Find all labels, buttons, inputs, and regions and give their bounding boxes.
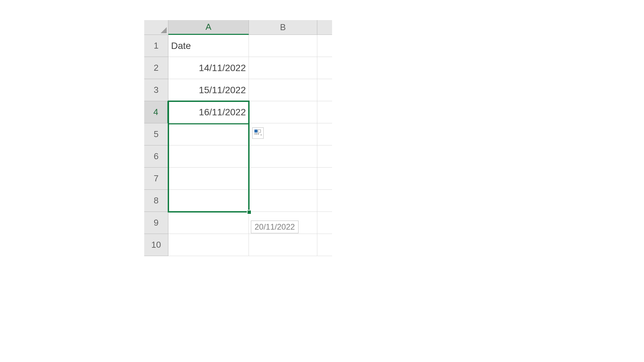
- row-header-9[interactable]: 9: [144, 212, 168, 234]
- cell-b6[interactable]: [249, 145, 317, 168]
- column-header-overflow[interactable]: [317, 20, 332, 35]
- row-7: 7: [144, 168, 332, 190]
- cell-a2[interactable]: 14/11/2022: [168, 57, 249, 79]
- cell-c4[interactable]: [317, 101, 332, 123]
- cell-c10[interactable]: [317, 234, 332, 256]
- select-all-corner[interactable]: [144, 20, 168, 35]
- cell-a5[interactable]: [168, 123, 249, 145]
- cell-c1[interactable]: [317, 35, 332, 57]
- cell-b2[interactable]: [249, 57, 317, 79]
- cell-c6[interactable]: [317, 145, 332, 168]
- cell-b8[interactable]: [249, 190, 317, 212]
- cell-a8[interactable]: [168, 190, 249, 212]
- cell-c7[interactable]: [317, 168, 332, 190]
- cell-b10[interactable]: [249, 234, 317, 256]
- spreadsheet[interactable]: A B 1 Date 2 14/11/2022: [144, 20, 332, 261]
- cell-a4[interactable]: 16/11/2022: [168, 101, 249, 123]
- rows-area: 1 Date 2 14/11/2022 3 15/11/2022: [144, 35, 332, 261]
- column-headers: A B: [144, 20, 332, 35]
- svg-rect-2: [255, 133, 256, 134]
- cell-a6[interactable]: [168, 145, 249, 168]
- cell-b4[interactable]: [249, 101, 317, 123]
- cell-c9[interactable]: [317, 212, 332, 234]
- cell-c3[interactable]: [317, 79, 332, 101]
- row-9: 9: [144, 212, 332, 234]
- cell-b1[interactable]: [249, 35, 317, 57]
- row-4: 4 16/11/2022: [144, 101, 332, 123]
- row-header-8[interactable]: 8: [144, 190, 168, 212]
- svg-rect-4: [258, 133, 259, 134]
- autofill-options-button[interactable]: +: [252, 127, 264, 139]
- cell-a3[interactable]: 15/11/2022: [168, 79, 249, 101]
- column-header-b[interactable]: B: [249, 20, 317, 35]
- cell-a10[interactable]: [168, 234, 249, 256]
- svg-rect-3: [256, 133, 257, 134]
- cell-c8[interactable]: [317, 190, 332, 212]
- row-header-4[interactable]: 4: [144, 101, 168, 123]
- row-header-1[interactable]: 1: [144, 35, 168, 57]
- row-2: 2 14/11/2022: [144, 57, 332, 79]
- drag-preview-tooltip: 20/11/2022: [251, 221, 299, 233]
- row-8: 8: [144, 190, 332, 212]
- row-1: 1 Date: [144, 35, 332, 57]
- row-3: 3 15/11/2022: [144, 79, 332, 101]
- row-5: 5: [144, 123, 332, 145]
- row-header-5[interactable]: 5: [144, 123, 168, 145]
- row-header-7[interactable]: 7: [144, 168, 168, 190]
- select-all-triangle-icon: [161, 27, 167, 33]
- cell-a9[interactable]: [168, 212, 249, 234]
- column-header-a[interactable]: A: [168, 20, 249, 35]
- row-header-6[interactable]: 6: [144, 145, 168, 168]
- svg-text:+: +: [260, 133, 262, 137]
- cell-a1[interactable]: Date: [168, 35, 249, 57]
- row-header-2[interactable]: 2: [144, 57, 168, 79]
- svg-rect-1: [258, 130, 261, 132]
- row-6: 6: [144, 145, 332, 168]
- row-10: 10: [144, 234, 332, 256]
- cell-b7[interactable]: [249, 168, 317, 190]
- svg-rect-0: [255, 130, 257, 132]
- row-header-3[interactable]: 3: [144, 79, 168, 101]
- cell-b3[interactable]: [249, 79, 317, 101]
- autofill-options-icon: +: [254, 129, 262, 137]
- screenshot-canvas: A B 1 Date 2 14/11/2022: [0, 0, 644, 362]
- cell-c5[interactable]: [317, 123, 332, 145]
- cell-c2[interactable]: [317, 57, 332, 79]
- row-header-10[interactable]: 10: [144, 234, 168, 256]
- cell-a7[interactable]: [168, 168, 249, 190]
